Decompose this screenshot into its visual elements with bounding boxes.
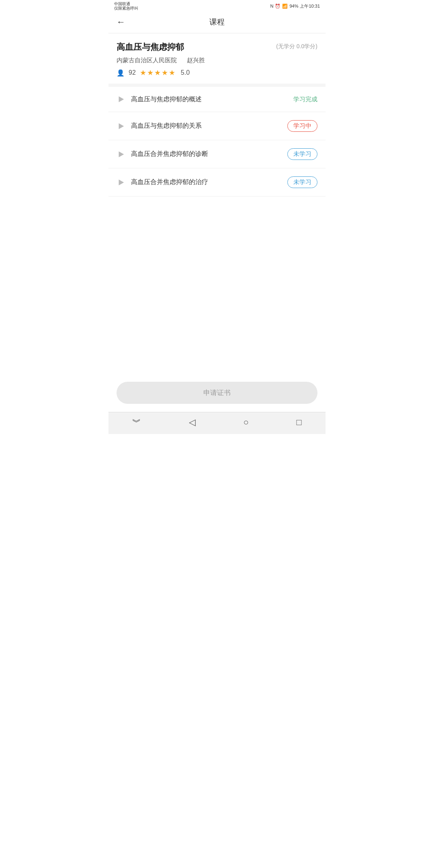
star-4: ★	[162, 68, 168, 77]
page-title: 课程	[209, 17, 225, 27]
course-meta: 内蒙古自治区人民医院 赵兴胜	[117, 57, 317, 64]
nav-bar: ︾ ◁ ○ □	[108, 412, 326, 434]
bottom-area: 申请证书	[108, 374, 326, 412]
svg-marker-0	[119, 96, 124, 102]
status-right: N ⏰ 📶 94% 上午10:31	[270, 3, 320, 9]
battery-level: 94%	[289, 4, 298, 8]
carrier-name: 中国联通	[114, 2, 138, 6]
play-icon	[117, 178, 125, 187]
course-stats: 👤 92 ★ ★ ★ ★ ★ 5.0	[117, 68, 317, 77]
hospital-name: 内蒙古自治区人民医院	[117, 57, 177, 63]
star-rating: ★ ★ ★ ★ ★	[140, 68, 175, 77]
star-1: ★	[140, 68, 146, 77]
signal-icon: 📶	[282, 4, 288, 9]
star-3: ★	[154, 68, 161, 77]
lesson-item[interactable]: 高血压合并焦虑抑郁的诊断未学习	[108, 140, 326, 168]
instructor-name: 赵兴胜	[187, 57, 205, 63]
lesson-item[interactable]: 高血压与焦虑抑郁的概述学习完成	[108, 87, 326, 112]
lesson-title: 高血压合并焦虑抑郁的诊断	[131, 150, 282, 158]
lesson-title: 高血压合并焦虑抑郁的治疗	[131, 178, 282, 186]
nav-square-icon[interactable]: □	[296, 417, 301, 428]
carrier-info: 中国联通 仅限紧急呼叫	[114, 2, 138, 11]
star-5: ★	[169, 68, 175, 77]
lesson-list: 高血压与焦虑抑郁的概述学习完成 高血压与焦虑抑郁的关系学习中 高血压合并焦虑抑郁…	[108, 87, 326, 374]
nav-home-icon[interactable]: ○	[243, 417, 248, 428]
lesson-item[interactable]: 高血压与焦虑抑郁的关系学习中	[108, 112, 326, 140]
student-count: 92	[129, 69, 136, 76]
page-header: ← 课程	[108, 11, 326, 33]
alarm-icon: ⏰	[275, 4, 280, 9]
lesson-title: 高血压与焦虑抑郁的概述	[131, 95, 288, 104]
back-button[interactable]: ←	[117, 17, 125, 27]
course-credits: (无学分 0.0学分)	[276, 41, 317, 50]
svg-marker-1	[119, 123, 124, 129]
play-icon	[117, 150, 125, 159]
lesson-item[interactable]: 高血压合并焦虑抑郁的治疗未学习	[108, 168, 326, 197]
lesson-title: 高血压与焦虑抑郁的关系	[131, 122, 282, 130]
course-title: 高血压与焦虑抑郁	[117, 41, 184, 53]
lesson-status[interactable]: 学习完成	[293, 96, 317, 103]
rating-value: 5.0	[181, 69, 190, 76]
lesson-status[interactable]: 未学习	[287, 176, 317, 188]
star-2: ★	[147, 68, 154, 77]
nfc-icon: N	[270, 4, 273, 8]
course-info-section: 高血压与焦虑抑郁 (无学分 0.0学分) 内蒙古自治区人民医院 赵兴胜 👤 92…	[108, 33, 326, 87]
play-icon	[117, 95, 125, 104]
status-bar: 中国联通 仅限紧急呼叫 N ⏰ 📶 94% 上午10:31	[108, 0, 326, 11]
play-icon	[117, 122, 125, 131]
student-icon: 👤	[117, 69, 125, 77]
clock-time: 上午10:31	[300, 3, 320, 9]
svg-marker-2	[119, 151, 124, 157]
apply-certificate-button[interactable]: 申请证书	[117, 382, 317, 404]
carrier-sub: 仅限紧急呼叫	[114, 6, 138, 10]
lesson-status[interactable]: 未学习	[287, 148, 317, 160]
nav-triangle-icon[interactable]: ◁	[189, 417, 196, 428]
nav-back-icon[interactable]: ︾	[132, 416, 141, 428]
lesson-status[interactable]: 学习中	[287, 120, 317, 132]
svg-marker-3	[119, 179, 124, 185]
